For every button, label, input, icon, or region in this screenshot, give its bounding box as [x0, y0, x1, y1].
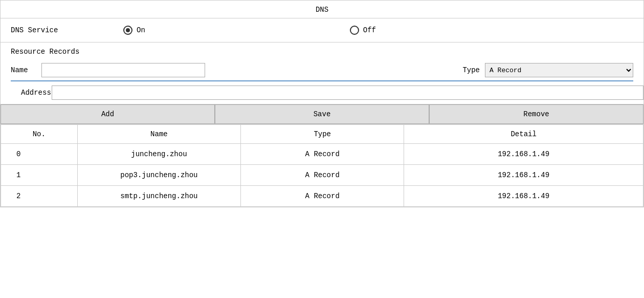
cell-no: 1	[1, 165, 78, 186]
radio-off-label: Off	[363, 26, 376, 34]
table-row[interactable]: 2smtp.juncheng.zhouA Record192.168.1.49	[1, 186, 643, 207]
page-title: DNS	[1, 1, 643, 18]
add-button[interactable]: Add	[1, 104, 215, 124]
cell-name: pop3.juncheng.zhou	[77, 165, 241, 186]
radio-on-circle	[123, 26, 132, 35]
records-table: No. Name Type Detail 0juncheng.zhouA Rec…	[1, 124, 643, 207]
col-header-name: Name	[77, 125, 241, 144]
page-container: DNS DNS Service On Off Resource Records …	[0, 0, 644, 207]
cell-name: juncheng.zhou	[77, 144, 241, 165]
save-button[interactable]: Save	[215, 104, 429, 124]
cell-type: A Record	[241, 186, 404, 207]
title-text: DNS	[316, 6, 328, 14]
radio-off-option[interactable]: Off	[350, 26, 376, 35]
cell-no: 0	[1, 144, 78, 165]
type-label: Type	[462, 66, 480, 74]
cell-name: smtp.juncheng.zhou	[77, 186, 241, 207]
radio-group: On Off	[123, 26, 376, 35]
table-row[interactable]: 0juncheng.zhouA Record192.168.1.49	[1, 144, 643, 165]
cell-detail: 192.168.1.49	[404, 186, 643, 207]
radio-on-label: On	[137, 26, 145, 34]
resource-records-title: Resource Records	[11, 48, 633, 56]
resource-records-section: Resource Records Name Type A Record AAAA…	[1, 42, 643, 81]
type-section: Type A Record AAAA Record CNAME Record M…	[462, 63, 633, 77]
address-input[interactable]	[52, 86, 643, 100]
col-header-no: No.	[1, 125, 78, 144]
remove-button[interactable]: Remove	[429, 104, 643, 124]
radio-off-circle	[350, 26, 359, 35]
address-row-inner: Address	[1, 81, 643, 104]
cell-detail: 192.168.1.49	[404, 165, 643, 186]
dns-service-row: DNS Service On Off	[1, 18, 643, 42]
cell-type: A Record	[241, 144, 404, 165]
cell-detail: 192.168.1.49	[404, 144, 643, 165]
table-row[interactable]: 1pop3.juncheng.zhouA Record192.168.1.49	[1, 165, 643, 186]
address-label: Address	[11, 89, 52, 97]
address-row-wrapper: Address	[1, 81, 643, 104]
type-select[interactable]: A Record AAAA Record CNAME Record MX Rec…	[485, 63, 633, 77]
col-header-type: Type	[241, 125, 404, 144]
cell-no: 2	[1, 186, 78, 207]
name-label: Name	[11, 66, 41, 74]
dns-service-label: DNS Service	[11, 26, 123, 34]
buttons-row: Add Save Remove	[1, 104, 643, 124]
radio-on-option[interactable]: On	[123, 26, 145, 35]
name-type-row: Name Type A Record AAAA Record CNAME Rec…	[11, 60, 633, 81]
name-input[interactable]	[41, 63, 205, 77]
cell-type: A Record	[241, 165, 404, 186]
col-header-detail: Detail	[404, 125, 643, 144]
